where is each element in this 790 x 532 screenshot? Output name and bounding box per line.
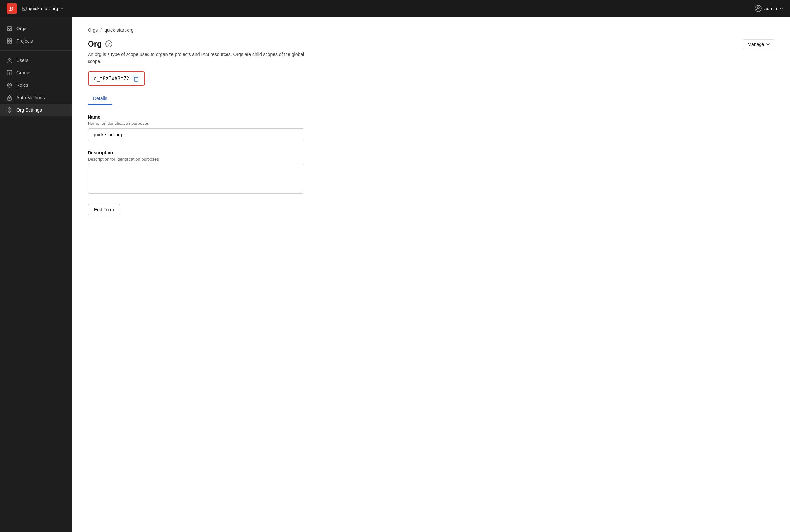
roles-label: Roles: [16, 82, 28, 88]
app-logo: B: [6, 3, 17, 14]
svg-point-23: [9, 109, 11, 111]
svg-rect-13: [7, 41, 9, 43]
page-title-row: Org ?: [88, 39, 304, 49]
org-selector[interactable]: quick-start-org: [22, 6, 64, 11]
layout: Orgs Projects Users Grou: [0, 17, 790, 532]
name-form-group: Name Name for identification purposes: [88, 114, 304, 141]
page-header-left: Org ? An org is a type of scope used to …: [88, 39, 304, 65]
sidebar-item-org-settings[interactable]: Org Settings: [0, 104, 72, 116]
svg-rect-9: [10, 28, 11, 29]
svg-point-19: [7, 83, 12, 88]
orgs-label: Orgs: [16, 26, 26, 31]
svg-rect-14: [10, 41, 12, 43]
svg-point-22: [9, 98, 10, 99]
svg-text:B: B: [9, 5, 13, 12]
user-chevron-icon: [779, 6, 784, 11]
sidebar-item-users[interactable]: Users: [0, 54, 72, 66]
topbar: B quick-start-org admin: [0, 0, 790, 17]
description-hint: Description for identification purposes: [88, 157, 304, 162]
user-avatar-icon: [755, 5, 762, 12]
groups-label: Groups: [16, 70, 32, 75]
copy-id-button[interactable]: [132, 75, 139, 82]
svg-point-20: [8, 84, 11, 86]
breadcrumb: Orgs / quick-start-org: [88, 27, 774, 33]
topbar-left: B quick-start-org: [6, 3, 64, 14]
breadcrumb-orgs[interactable]: Orgs: [88, 27, 98, 33]
sidebar-item-projects[interactable]: Projects: [0, 35, 72, 47]
breadcrumb-sep: /: [100, 27, 102, 33]
copy-icon: [132, 75, 139, 82]
building-icon: [6, 25, 13, 32]
chevron-down-icon: [60, 6, 64, 11]
org-id-box: o_t8zTxABmZ2: [88, 71, 145, 86]
form-section: Name Name for identification purposes De…: [88, 114, 304, 215]
svg-rect-4: [24, 9, 25, 11]
user-name-label: admin: [765, 6, 777, 11]
groups-icon: [6, 70, 13, 76]
lock-icon: [6, 95, 13, 100]
name-input[interactable]: [88, 128, 304, 141]
svg-point-6: [757, 6, 759, 8]
svg-rect-12: [10, 39, 12, 41]
svg-rect-8: [8, 28, 9, 29]
roles-icon: [6, 82, 13, 88]
users-label: Users: [16, 58, 29, 63]
edit-form-button[interactable]: Edit Form: [88, 204, 120, 215]
manage-chevron-icon: [766, 42, 770, 46]
settings-icon: [6, 107, 13, 113]
svg-rect-24: [134, 77, 138, 81]
projects-label: Projects: [16, 38, 33, 43]
grid-icon: [6, 38, 13, 44]
description-label: Description: [88, 150, 304, 155]
tabs: Details: [88, 92, 774, 105]
auth-methods-label: Auth Methods: [16, 95, 44, 100]
sidebar-item-orgs[interactable]: Orgs: [0, 22, 72, 35]
help-icon[interactable]: ?: [105, 40, 112, 48]
svg-point-15: [8, 58, 11, 60]
user-menu[interactable]: admin: [755, 5, 784, 12]
org-name-label: quick-start-org: [29, 6, 58, 11]
org-settings-label: Org Settings: [16, 108, 42, 113]
org-id-value: o_t8zTxABmZ2: [94, 76, 129, 81]
main-content: Orgs / quick-start-org Org ? An org is a…: [72, 17, 790, 532]
page-header: Org ? An org is a type of scope used to …: [88, 39, 774, 65]
svg-rect-11: [7, 39, 9, 41]
user-icon: [6, 57, 13, 63]
page-description: An org is a type of scope used to organi…: [88, 51, 304, 65]
breadcrumb-org-name: quick-start-org: [104, 27, 133, 33]
sidebar-item-roles[interactable]: Roles: [0, 79, 72, 91]
name-label: Name: [88, 114, 304, 119]
sidebar-item-auth-methods[interactable]: Auth Methods: [0, 91, 72, 104]
svg-rect-10: [9, 30, 10, 31]
svg-rect-2: [23, 8, 24, 9]
svg-rect-3: [24, 8, 25, 9]
sidebar-divider: [0, 51, 72, 51]
description-input[interactable]: [88, 164, 304, 194]
page-title: Org: [88, 39, 102, 49]
description-form-group: Description Description for identificati…: [88, 150, 304, 195]
building-small-icon: [22, 6, 27, 11]
sidebar: Orgs Projects Users Grou: [0, 17, 72, 532]
tab-details[interactable]: Details: [88, 92, 112, 105]
sidebar-item-groups[interactable]: Groups: [0, 66, 72, 79]
manage-button[interactable]: Manage: [743, 39, 774, 49]
name-hint: Name for identification purposes: [88, 121, 304, 126]
